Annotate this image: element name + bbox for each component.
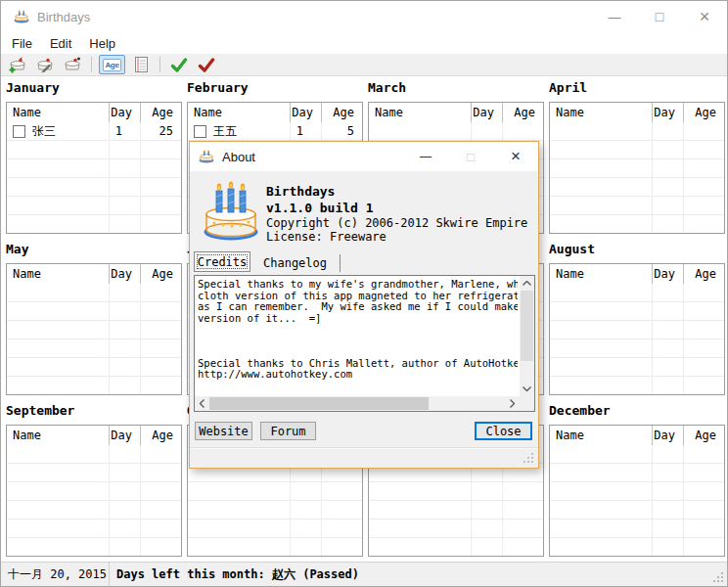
table-row	[550, 141, 724, 159]
table-row	[550, 284, 724, 302]
table-row	[7, 464, 181, 482]
column-divider	[109, 264, 110, 284]
dialog-titlebar: About — □ ×	[190, 142, 538, 171]
column-divider	[652, 103, 653, 122]
table-row	[550, 482, 724, 501]
table-row	[188, 501, 362, 519]
table-row	[550, 445, 724, 464]
menu-help[interactable]: Help	[80, 32, 124, 54]
month-label: March	[368, 80, 544, 97]
table-row	[7, 197, 181, 215]
scroll-down-arrow-icon[interactable]	[520, 382, 534, 396]
column-divider	[109, 426, 110, 445]
dialog-minimize-button[interactable]: —	[403, 142, 448, 171]
confirm-button[interactable]	[167, 55, 191, 74]
column-header-name: Name	[550, 267, 652, 281]
scroll-left-arrow-icon[interactable]	[195, 396, 209, 411]
add-birthday-button[interactable]	[6, 55, 29, 74]
vertical-scrollbar[interactable]	[520, 276, 534, 396]
table-row	[7, 519, 181, 538]
column-header-age: Age	[140, 106, 181, 119]
table-row	[7, 178, 181, 197]
table-row	[7, 501, 181, 519]
column-header-name: Name	[369, 106, 471, 119]
cell-age: 5	[321, 124, 362, 138]
delete-birthday-button[interactable]	[61, 55, 84, 74]
column-divider	[290, 103, 291, 122]
column-header-name: Name	[550, 429, 652, 442]
birthday-cake-icon	[203, 179, 259, 246]
table-header-row: NameDayAge	[7, 103, 181, 122]
table-row	[369, 519, 543, 538]
menubar: File Edit Help	[1, 32, 727, 54]
column-header-age: Age	[140, 267, 181, 281]
dialog-resize-grip[interactable]	[531, 461, 533, 463]
column-divider	[140, 103, 141, 122]
close-button[interactable]: ×	[682, 1, 727, 32]
credits-line	[198, 324, 518, 336]
app-license: License: Freeware	[266, 230, 527, 244]
table-row	[7, 302, 181, 321]
table-row	[7, 284, 181, 302]
table-row	[550, 159, 724, 178]
table-header-row: NameDayAge	[7, 426, 181, 445]
horizontal-scroll-thumb[interactable]	[209, 397, 429, 410]
add-birthday-cake-icon	[8, 56, 27, 73]
app-copyright: Copyright (c) 2006-2012 Skwire Empire	[266, 216, 527, 230]
table-row	[550, 519, 724, 538]
table-row[interactable]: 张三125	[7, 122, 181, 141]
table-row	[7, 159, 181, 178]
credits-line: as I can remember. My wife asked me if I…	[198, 301, 518, 313]
tab-credits[interactable]: Credits	[194, 251, 250, 272]
table-row	[550, 197, 724, 215]
table-header-row: NameDayAge	[369, 103, 543, 122]
age-toggle-icon: Age	[103, 59, 121, 71]
main-window: Birthdays — □ × File Edit Help	[0, 0, 728, 587]
column-divider	[471, 103, 472, 122]
credits-line: cloth version of this app magneted to he…	[198, 291, 518, 302]
birthday-checkbox[interactable]	[13, 125, 25, 138]
column-divider	[109, 103, 110, 122]
about-dialog: About — □ ×	[189, 141, 539, 469]
column-divider	[683, 103, 684, 122]
forum-button[interactable]: Forum	[260, 422, 316, 440]
table-row	[550, 377, 724, 395]
notes-document-icon	[134, 56, 149, 73]
close-dialog-button[interactable]: Close	[475, 422, 532, 440]
window-resize-grip[interactable]	[721, 580, 723, 582]
window-title: Birthdays	[37, 10, 592, 24]
column-header-age: Age	[683, 106, 724, 119]
dialog-close-button[interactable]: ×	[493, 142, 538, 171]
credits-textarea[interactable]: Special thanks to my wife's grandmother,…	[194, 275, 535, 412]
month-label: April	[549, 80, 725, 97]
cell-day: 1	[290, 124, 321, 138]
vertical-scroll-thumb[interactable]	[521, 291, 533, 361]
maximize-button[interactable]: □	[637, 1, 682, 32]
table-row	[550, 178, 724, 197]
table-row[interactable]: 王五15	[188, 122, 362, 141]
birthday-checkbox[interactable]	[194, 125, 206, 138]
month-panel-january: JanuaryNameDayAge张三125	[6, 80, 182, 234]
toggle-age-button[interactable]: Age	[99, 55, 125, 74]
menu-file[interactable]: File	[3, 32, 41, 54]
month-panel-may: MayNameDayAge	[6, 242, 182, 395]
scroll-right-arrow-icon[interactable]	[505, 396, 520, 411]
website-button[interactable]: Website	[195, 422, 252, 440]
birthday-name: 张三	[32, 123, 56, 140]
table-header-row: NameDayAge	[188, 103, 362, 122]
notes-button[interactable]	[129, 55, 153, 74]
horizontal-scrollbar[interactable]	[195, 396, 520, 411]
deny-button[interactable]	[195, 55, 218, 74]
table-row	[7, 215, 181, 234]
status-date: 十一月 20, 2015	[1, 563, 110, 586]
minimize-button[interactable]: —	[592, 1, 637, 32]
month-panel-december: DecemberNameDayAge	[549, 403, 725, 557]
edit-birthday-button[interactable]	[33, 55, 57, 74]
column-header-name: Name	[550, 106, 652, 119]
scroll-up-arrow-icon[interactable]	[520, 276, 534, 291]
column-divider	[321, 103, 322, 122]
tab-changelog[interactable]: Changelog	[250, 254, 341, 272]
delete-birthday-cake-icon	[63, 56, 82, 73]
menu-edit[interactable]: Edit	[41, 32, 80, 54]
table-row	[550, 122, 724, 141]
